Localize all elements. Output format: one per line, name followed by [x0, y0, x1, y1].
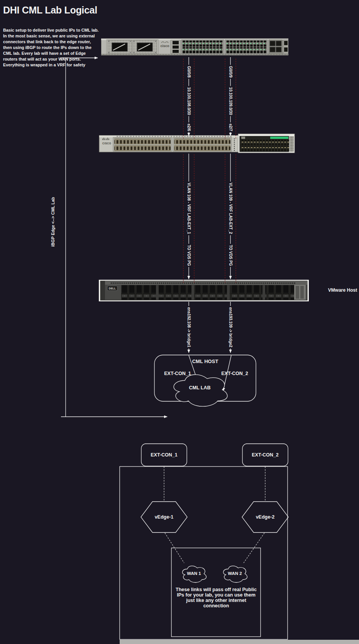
edge-label-bridge1: ens192.108 -> bridge1 — [186, 306, 191, 348]
edge-label-to-vds-pg-1: TO VDS PG — [186, 244, 191, 267]
vmware-host-label: VMware Host — [320, 287, 359, 293]
edge-label-vlan-109: VLAN 109 - VRF LAB-EXT_2 — [228, 182, 233, 235]
edge-label-e2-7: e2/7 — [228, 122, 233, 132]
lab-container-box — [120, 467, 288, 639]
vedge-2-label: vEdge-2 — [242, 514, 288, 520]
ext-con-1-label: EXT-CON_1 — [141, 452, 187, 458]
edge-label-to-vds-pg-2: TO VDS PG — [228, 244, 233, 267]
ext-con-2-label: EXT-CON_2 — [242, 452, 288, 458]
edge-label-g0-0-9: G0/0/9 — [228, 65, 233, 79]
edge-label-e2-6: e2/6 — [186, 122, 191, 132]
cml-host-label: CML HOST — [154, 358, 256, 364]
diagram-canvas: DHI CML Lab Logical Basic setup to deliv… — [0, 0, 359, 644]
public-ip-note: These links will pass off real Public IP… — [173, 587, 259, 609]
vedge-1-label: vEdge-1 — [141, 514, 187, 520]
ibgp-edge-label: iBGP Edge <--> CML Lab — [51, 197, 55, 247]
edge-label-vlan-108: VLAN 108 - VRF LAB-EXT_1 — [186, 182, 191, 235]
cml-host-ext-con-2-label: EXT-CON_2 — [213, 371, 256, 376]
wan-1-label: WAN 1 — [181, 571, 207, 576]
cml-lab-label: CML LAB — [170, 385, 230, 390]
cml-lab-cloud — [174, 375, 227, 406]
edge-label-g0-0-8: G0/0/8 — [186, 65, 191, 79]
ibgp-elbow-connector — [61, 58, 167, 417]
wan-2-label: WAN 2 — [222, 571, 248, 576]
edge-label-bridge2: ens193.109 -> bridge2 — [228, 306, 233, 348]
diagram-wires — [0, 0, 359, 644]
edge-label-subnet-108: 10.100.108.0/30 — [186, 86, 191, 116]
cml-host-ext-con-1-label: EXT-CON_1 — [156, 371, 199, 376]
edge-label-subnet-109: 10.100.109.0/30 — [228, 86, 233, 116]
